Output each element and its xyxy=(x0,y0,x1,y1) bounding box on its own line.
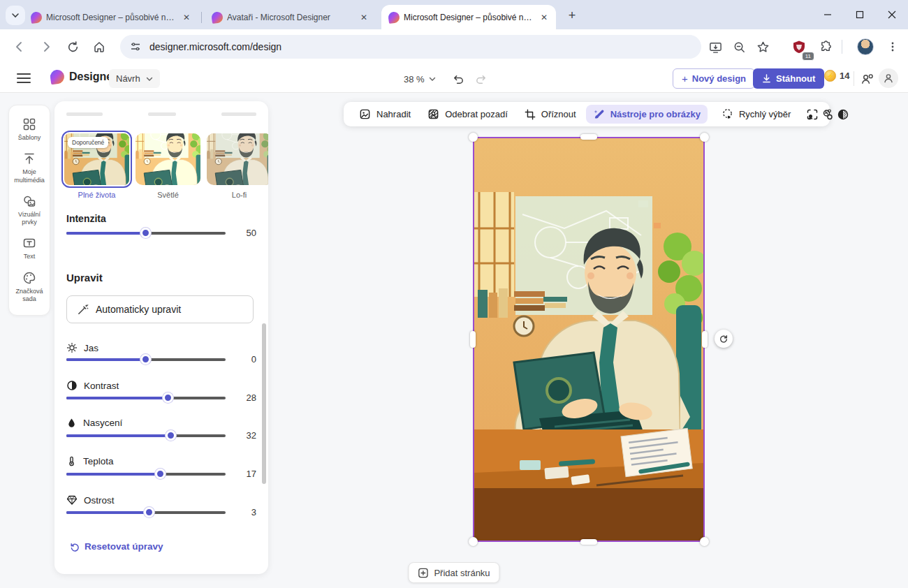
app-menu-hamburger-icon[interactable] xyxy=(17,72,31,84)
download-icon xyxy=(762,74,771,83)
zoom-level-value[interactable]: 38 % xyxy=(404,74,425,84)
tab-close-icon[interactable]: ✕ xyxy=(180,11,193,24)
extensions-puzzle-icon[interactable] xyxy=(814,36,837,58)
browser-tab-strip: Microsoft Designer – působivé návrhy běh… xyxy=(0,0,908,29)
temperature-row-label: Teplota xyxy=(66,456,114,466)
saturation-value: 32 xyxy=(247,430,256,441)
tab-close-icon[interactable]: ✕ xyxy=(358,11,370,24)
rotate-handle-icon[interactable] xyxy=(715,330,733,348)
design-menu-dropdown[interactable]: Návrh xyxy=(109,69,160,88)
home-icon[interactable] xyxy=(88,36,110,58)
resize-handle-nw[interactable] xyxy=(469,133,478,142)
resize-handle-ne[interactable] xyxy=(700,133,709,142)
window-maximize-button[interactable] xyxy=(844,0,876,29)
brand-kit-palette-icon xyxy=(22,271,36,285)
recommended-badge: Doporučené xyxy=(68,137,108,148)
browser-menu-kebab-icon[interactable] xyxy=(881,36,904,58)
slider-thumb[interactable] xyxy=(155,469,166,479)
install-app-icon[interactable] xyxy=(704,36,726,58)
slider-thumb[interactable] xyxy=(140,228,151,238)
designer-favicon xyxy=(30,10,43,23)
image-tools-button[interactable]: Nástroje pro obrázky xyxy=(586,105,708,124)
slider-thumb[interactable] xyxy=(163,392,173,403)
new-tab-button[interactable]: + xyxy=(563,6,581,24)
select-subject-icon[interactable] xyxy=(806,105,819,124)
remove-background-button[interactable]: Odebrat pozadí xyxy=(420,105,515,124)
add-page-button[interactable]: Přidat stránku xyxy=(408,562,499,583)
url-bar[interactable]: designer.microsoft.com/design xyxy=(120,35,701,59)
reload-icon[interactable] xyxy=(61,36,84,58)
resize-handle-sw[interactable] xyxy=(469,537,478,546)
auto-adjust-button[interactable]: Automaticky upravit xyxy=(66,295,254,323)
browser-tab-3-active[interactable]: Microsoft Designer – působivé návrhy běh… xyxy=(381,5,556,29)
window-minimize-button[interactable] xyxy=(812,0,844,29)
crop-button[interactable]: Oříznout xyxy=(518,105,583,124)
slider-thumb[interactable] xyxy=(144,507,154,517)
site-info-icon[interactable] xyxy=(130,41,141,52)
filters-icon[interactable] xyxy=(837,105,849,124)
slider-thumb[interactable] xyxy=(166,430,176,441)
image-tools-icon xyxy=(593,108,605,120)
sidebar-item-brand-kit[interactable]: Značková sada xyxy=(10,266,48,309)
slider-thumb[interactable] xyxy=(140,354,151,365)
style-thumb-light[interactable] xyxy=(136,133,200,185)
temperature-slider[interactable]: 17 xyxy=(66,468,256,480)
resize-handle-w[interactable] xyxy=(470,331,476,348)
saturation-row-label: Nasycení xyxy=(66,418,122,428)
quick-select-button[interactable]: Rychlý výběr xyxy=(715,105,798,124)
replace-button[interactable]: Nahradit xyxy=(352,105,418,124)
brightness-icon xyxy=(66,342,78,353)
resize-handle-s[interactable] xyxy=(580,539,597,545)
contrast-row-label: Kontrast xyxy=(66,380,119,391)
style-thumb-full-of-life[interactable]: Doporučené xyxy=(64,133,129,185)
intensity-heading: Intenzita xyxy=(66,213,106,224)
browser-tab-1[interactable]: Microsoft Designer – působivé návrhy běh… xyxy=(24,5,198,29)
style-thumb-lofi[interactable] xyxy=(207,133,268,185)
adblock-shield-icon[interactable]: 11 xyxy=(788,36,810,58)
redo-icon[interactable] xyxy=(472,71,490,87)
sidebar-item-visual-elements[interactable]: Vizuální prvky xyxy=(10,189,48,232)
account-avatar-icon[interactable] xyxy=(879,68,898,88)
sidebar-item-text[interactable]: Text xyxy=(10,231,48,265)
sharpness-slider[interactable]: 3 xyxy=(66,506,256,519)
resize-handle-n[interactable] xyxy=(580,134,597,140)
auto-adjust-label: Automaticky upravit xyxy=(96,304,181,315)
brightness-slider[interactable]: 0 xyxy=(66,353,256,366)
tab-search-chevron-icon[interactable] xyxy=(6,6,25,25)
replace-image-icon xyxy=(359,108,371,120)
browser-profile-avatar[interactable] xyxy=(854,36,877,58)
new-design-button[interactable]: + Nový design xyxy=(673,68,755,89)
bookmark-star-icon[interactable] xyxy=(752,36,774,58)
designer-app-header: Designer Návrh 38 % + Nový design Stáhno… xyxy=(0,64,908,93)
sharpness-value: 3 xyxy=(251,507,256,517)
share-user-icon[interactable] xyxy=(858,71,876,87)
tab-close-icon[interactable]: ✕ xyxy=(538,11,550,24)
sidebar-item-my-media[interactable]: Moje multimédia xyxy=(10,147,48,189)
saturation-slider[interactable]: 32 xyxy=(66,429,256,442)
contrast-slider[interactable]: 28 xyxy=(66,392,256,404)
credits-counter[interactable]: ⚡ 14 xyxy=(824,70,849,82)
clone-style-icon[interactable] xyxy=(821,105,834,124)
back-icon[interactable] xyxy=(8,36,31,58)
forward-icon[interactable] xyxy=(35,36,57,58)
zoom-out-icon[interactable] xyxy=(728,36,750,58)
browser-tab-2[interactable]: Avataři - Microsoft Designer ✕ xyxy=(205,5,376,29)
panel-scrollbar[interactable] xyxy=(262,323,266,484)
canvas-page[interactable] xyxy=(474,138,704,541)
sidebar-item-templates[interactable]: Šablony xyxy=(10,112,48,147)
resize-handle-se[interactable] xyxy=(700,537,709,546)
intensity-value: 50 xyxy=(247,228,256,238)
tab-divider xyxy=(201,12,202,23)
intensity-slider[interactable]: 50 xyxy=(66,227,256,240)
design-menu-label: Návrh xyxy=(116,73,140,84)
download-button[interactable]: Stáhnout xyxy=(753,68,824,89)
resize-handle-e[interactable] xyxy=(702,331,708,348)
canvas-image[interactable] xyxy=(474,138,704,541)
window-close-button[interactable] xyxy=(876,0,908,29)
crop-icon xyxy=(525,109,536,120)
chevron-down-icon[interactable] xyxy=(429,75,436,82)
reset-adjustments-link[interactable]: Resetovat úpravy xyxy=(70,541,163,552)
sharpness-icon xyxy=(66,494,78,506)
sharpness-row-label: Ostrost xyxy=(66,494,115,506)
undo-icon[interactable] xyxy=(450,71,468,87)
